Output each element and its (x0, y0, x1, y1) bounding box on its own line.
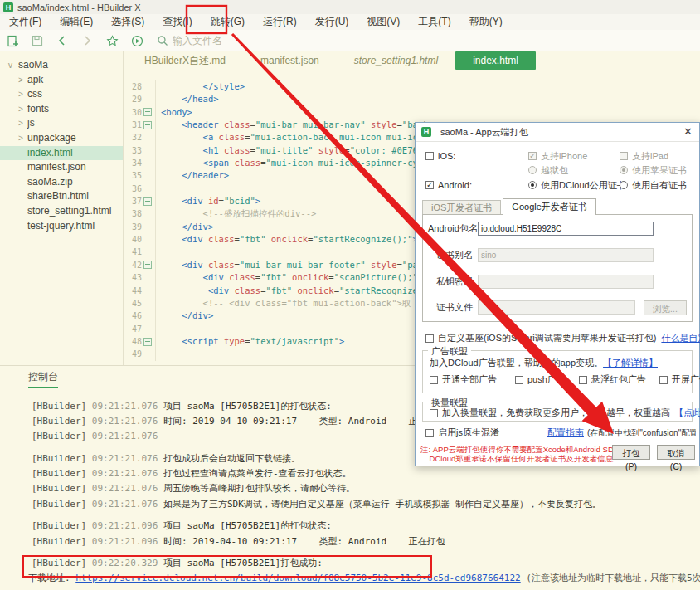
code-token (161, 196, 182, 206)
gutter-divider (155, 106, 161, 119)
code-token: class (224, 119, 250, 129)
log-text: 时间: 2019-04-10 09:21:17 类型: Android 正在打包 (163, 536, 445, 547)
gutter-space (142, 285, 153, 297)
sidebar-item-js[interactable]: >js (0, 116, 123, 131)
fold-icon[interactable] (142, 259, 153, 271)
log-line: [HBuilder] 09:21:21.076 如果是为了三方SDK调试，请使用… (0, 497, 700, 512)
menu-item-8[interactable]: 视图(V) (357, 14, 409, 30)
code-token: <span (203, 158, 230, 168)
what-is-custom-base-link[interactable]: 什么是自定义基座？ (661, 332, 700, 344)
menu-item-6[interactable]: 运行(R) (254, 14, 306, 30)
menu-item-3[interactable]: 选择(S) (102, 14, 153, 30)
sidebar-item-css[interactable]: >css (0, 87, 123, 102)
ad-option-3: 悬浮红包广告 (579, 373, 646, 386)
search-input[interactable] (171, 34, 265, 47)
gutter-divider (155, 119, 161, 131)
menu-item-10[interactable]: 帮助(Y) (460, 14, 512, 30)
checkbox-2 (620, 152, 628, 160)
menu-item-4[interactable]: 查找(I) (153, 14, 201, 30)
fold-icon[interactable] (142, 335, 153, 348)
back-icon[interactable] (50, 32, 75, 50)
cancel-button[interactable]: 取消(C) (657, 445, 695, 460)
tab-google-certificate[interactable]: Google开发者证书 (503, 198, 595, 215)
radio-1[interactable] (528, 181, 537, 189)
package-button[interactable]: 打包(P) (612, 445, 650, 460)
tree-item-label: apk (27, 73, 43, 88)
sidebar-item-sharebtn-html[interactable]: shareBtn.html (0, 189, 123, 204)
log-line: [HBuilder] 09:21:21.096 项目 saoMa [H5705B… (0, 519, 700, 534)
field-input-2: sino (478, 248, 654, 262)
ad-learn-more-link[interactable]: 【了解详情】 (603, 358, 658, 368)
tab-ios-certificate[interactable]: iOS开发者证书 (422, 200, 501, 215)
sidebar-item-fonts[interactable]: >fonts (0, 102, 123, 117)
code-token: <div (208, 285, 229, 295)
tab-hbuilderx-md[interactable]: HBuilderX自述.md (127, 51, 243, 70)
field-input-1[interactable]: io.dcloud.H51E9928C (478, 222, 654, 236)
tab-manifest-json[interactable]: manifest.json (243, 51, 337, 70)
ad-option-checkbox-1[interactable] (430, 376, 438, 384)
ad-option-label: 开屏广告 (672, 373, 700, 386)
download-label: 下载地址: (28, 573, 75, 583)
ad-option-checkbox-2[interactable] (515, 376, 523, 384)
forward-icon[interactable] (75, 32, 100, 50)
code-token: <h1 (203, 145, 219, 155)
save-icon[interactable] (25, 32, 50, 50)
dialog-titlebar: H saoMa - App云端打包 ✕ (416, 123, 699, 142)
line-number: 34 (124, 157, 142, 169)
sidebar-item-unpackage[interactable]: >unpackage (0, 131, 123, 146)
sidebar-item-saoma-zip[interactable]: saoMa.zip (0, 175, 123, 190)
fold-icon[interactable] (142, 195, 153, 207)
fold-icon[interactable] (142, 106, 153, 119)
sidebar-item-index-html[interactable]: index.html (0, 146, 123, 161)
sidebar-item-test-jquery-html[interactable]: test-jquery.html (0, 219, 123, 234)
tab-index-html[interactable]: index.html (455, 51, 536, 70)
js-confusion-checkbox[interactable] (425, 429, 434, 437)
download-url-link[interactable]: https://service.dcloud.net.cn/build/down… (75, 573, 520, 583)
line-number: 31 (124, 119, 142, 131)
ad-option-checkbox-3[interactable] (579, 376, 587, 384)
menu-item-9[interactable]: 工具(T) (409, 14, 459, 30)
run-icon[interactable] (124, 32, 149, 50)
close-icon[interactable]: ✕ (683, 125, 693, 138)
iOS:-checkbox[interactable] (425, 152, 434, 160)
line-number: 49 (124, 348, 142, 360)
code-token (161, 310, 182, 320)
field-label: 证书别名 (436, 249, 473, 261)
menu-item-5[interactable]: 跳转(G) (202, 14, 254, 30)
log-prefix: [HBuilder] (32, 416, 92, 427)
sidebar-item-manifest-json[interactable]: manifest.json (0, 160, 123, 175)
tab-console[interactable]: 控制台 (28, 370, 58, 388)
code-token: class (208, 260, 235, 270)
code-token: "startRecognize();" (313, 234, 412, 244)
tab-store-setting1-html[interactable]: store_setting1.html (337, 51, 455, 70)
code-text: <script type="text/javascript"> (161, 335, 344, 348)
code-token (161, 208, 203, 218)
gutter-divider (155, 183, 161, 195)
menu-item-7[interactable]: 发行(U) (306, 14, 358, 30)
ad-alliance-title: 广告联盟 (428, 345, 471, 358)
fold-collapse-icon[interactable] (143, 338, 152, 346)
toolbar (0, 30, 700, 52)
menu-item-2[interactable]: 编辑(E) (51, 14, 102, 30)
radio-2[interactable] (620, 181, 628, 189)
fold-collapse-icon[interactable] (143, 121, 152, 129)
fold-collapse-icon[interactable] (143, 108, 152, 116)
file-search-box[interactable] (154, 32, 265, 50)
fold-icon[interactable] (142, 119, 153, 131)
Android:-checkbox[interactable] (425, 181, 434, 189)
config-guide-link[interactable]: 配置指南 (547, 427, 584, 439)
sidebar-item-apk[interactable]: >apk (0, 73, 123, 88)
fold-collapse-icon[interactable] (143, 261, 152, 269)
code-token (161, 158, 203, 168)
menu-item-1[interactable]: 文件(F) (0, 14, 51, 30)
tree-root-saoma[interactable]: vsaoMa (0, 58, 123, 73)
sidebar-item-store-setting1-html[interactable]: store_setting1.html (0, 204, 123, 219)
swap-setup-link[interactable]: 【点此设置】 (674, 407, 700, 419)
custom-base-checkbox[interactable] (425, 334, 434, 343)
bookmark-icon[interactable] (100, 32, 124, 50)
new-file-icon[interactable] (0, 32, 25, 50)
swap-alliance-checkbox[interactable] (430, 409, 438, 417)
search-icon (154, 32, 171, 50)
fold-collapse-icon[interactable] (143, 197, 152, 206)
ad-option-checkbox-4[interactable] (659, 376, 668, 384)
